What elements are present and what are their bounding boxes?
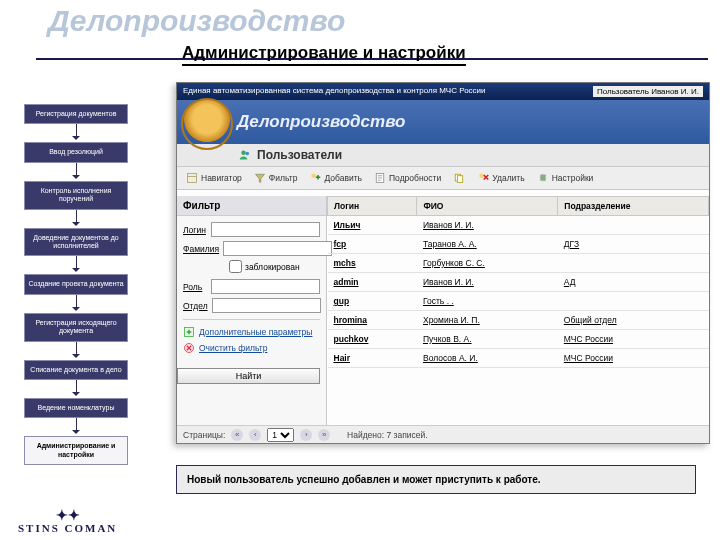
cell-login[interactable]: Hair bbox=[328, 349, 417, 368]
extra-params-link[interactable]: Дополнительные параметры bbox=[183, 326, 320, 338]
found-label: Найдено: 7 записей. bbox=[347, 430, 428, 440]
cell-fio[interactable]: Таранов А. А. bbox=[417, 235, 558, 254]
dept-input[interactable] bbox=[212, 298, 321, 313]
plus-icon bbox=[309, 172, 321, 184]
svg-point-1 bbox=[245, 152, 249, 156]
clear-filter-label: Очистить фильтр bbox=[199, 343, 267, 353]
flow-arrow-icon bbox=[24, 163, 128, 181]
details-button[interactable]: Подробности bbox=[369, 170, 446, 186]
clear-filter-link[interactable]: Очистить фильтр bbox=[183, 342, 320, 354]
flow-step-5[interactable]: Регистрация исходящего документа bbox=[24, 313, 128, 342]
pager-first[interactable]: « bbox=[231, 429, 243, 441]
toolbar: Навигатор Фильтр Добавить Подробности Уд… bbox=[177, 166, 709, 190]
cell-login[interactable]: admin bbox=[328, 273, 417, 292]
process-sidebar: Регистрация документовВвод резолюцийКонт… bbox=[24, 104, 128, 465]
column-header[interactable]: Логин bbox=[328, 197, 417, 216]
table-row[interactable]: gupГость . . bbox=[328, 292, 709, 311]
flow-step-2[interactable]: Контроль исполнения поручений bbox=[24, 181, 128, 210]
cell-dept[interactable] bbox=[558, 254, 709, 273]
app-window: Единая автоматизированная система делопр… bbox=[176, 82, 710, 444]
page-title: Администрирование и настройки bbox=[182, 43, 466, 66]
table-row[interactable]: adminИванов И. И.АД bbox=[328, 273, 709, 292]
pager-prev[interactable]: ‹ bbox=[249, 429, 261, 441]
navigator-button[interactable]: Навигатор bbox=[181, 170, 247, 186]
gear-icon bbox=[537, 172, 549, 184]
pager-next[interactable]: › bbox=[300, 429, 312, 441]
current-user: Пользователь Иванов И. И. bbox=[593, 86, 703, 97]
section-header: Пользователи bbox=[177, 144, 709, 166]
cell-dept[interactable]: МЧС России bbox=[558, 330, 709, 349]
add-button[interactable]: Добавить bbox=[304, 170, 367, 186]
svg-point-7 bbox=[479, 174, 484, 179]
flow-step-4[interactable]: Создание проекта документа bbox=[24, 274, 128, 294]
cell-login[interactable]: hromina bbox=[328, 311, 417, 330]
table-row[interactable]: fcpТаранов А. А.ДГЗ bbox=[328, 235, 709, 254]
pager-last[interactable]: » bbox=[318, 429, 330, 441]
flow-step-7[interactable]: Ведение номенклатуры bbox=[24, 398, 128, 418]
status-bar: Страницы: « ‹ 1 › » Найдено: 7 записей. bbox=[177, 425, 709, 443]
users-grid: ЛогинФИОПодразделениеИльичИванов И. И.fc… bbox=[327, 196, 709, 425]
content-area: Фильтр Логин Фамилия заблокирован Роль bbox=[177, 196, 709, 425]
details-label: Подробности bbox=[389, 173, 441, 183]
cell-dept[interactable] bbox=[558, 216, 709, 235]
details-icon bbox=[374, 172, 386, 184]
cell-fio[interactable]: Иванов И. И. bbox=[417, 216, 558, 235]
table-row[interactable]: hrominaХромина И. П.Общий отдел bbox=[328, 311, 709, 330]
cell-login[interactable]: mchs bbox=[328, 254, 417, 273]
page-select[interactable]: 1 bbox=[267, 428, 294, 442]
table-row[interactable]: HairВолосов А. И.МЧС России bbox=[328, 349, 709, 368]
surname-label: Фамилия bbox=[183, 244, 219, 254]
cell-dept[interactable]: МЧС России bbox=[558, 349, 709, 368]
delete-icon bbox=[477, 172, 489, 184]
find-button[interactable]: Найти bbox=[177, 368, 320, 384]
navigator-label: Навигатор bbox=[201, 173, 242, 183]
cell-dept[interactable]: Общий отдел bbox=[558, 311, 709, 330]
table-row[interactable]: mchsГорбунков С. С. bbox=[328, 254, 709, 273]
table-row[interactable]: ИльичИванов И. И. bbox=[328, 216, 709, 235]
role-input[interactable] bbox=[211, 279, 320, 294]
cell-dept[interactable]: АД bbox=[558, 273, 709, 292]
cell-fio[interactable]: Волосов А. И. bbox=[417, 349, 558, 368]
column-header[interactable]: Подразделение bbox=[558, 197, 709, 216]
user-name: Иванов И. И. bbox=[651, 87, 699, 96]
cell-dept[interactable]: ДГЗ bbox=[558, 235, 709, 254]
cell-fio[interactable]: Хромина И. П. bbox=[417, 311, 558, 330]
login-input[interactable] bbox=[211, 222, 320, 237]
app-banner: Делопроизводство bbox=[177, 100, 709, 144]
notice-box: Новый пользователь успешно добавлен и мо… bbox=[176, 465, 696, 494]
delete-button[interactable]: Удалить bbox=[472, 170, 529, 186]
vendor-logo-text: STINS COMAN bbox=[18, 522, 117, 534]
flow-step-8[interactable]: Администрирование и настройки bbox=[24, 436, 128, 465]
user-label: Пользователь bbox=[597, 87, 649, 96]
flow-step-3[interactable]: Доведение документов до исполнителей bbox=[24, 228, 128, 257]
cell-fio[interactable]: Пучков В. А. bbox=[417, 330, 558, 349]
copy-button[interactable] bbox=[448, 170, 470, 186]
filter-button[interactable]: Фильтр bbox=[249, 170, 303, 186]
cell-fio[interactable]: Горбунков С. С. bbox=[417, 254, 558, 273]
settings-button[interactable]: Настройки bbox=[532, 170, 599, 186]
cell-fio[interactable]: Иванов И. И. bbox=[417, 273, 558, 292]
filter-label: Фильтр bbox=[269, 173, 298, 183]
column-header[interactable]: ФИО bbox=[417, 197, 558, 216]
settings-label: Настройки bbox=[552, 173, 594, 183]
app-brand: Делопроизводство bbox=[237, 112, 405, 132]
cell-login[interactable]: gup bbox=[328, 292, 417, 311]
flow-step-0[interactable]: Регистрация документов bbox=[24, 104, 128, 124]
blocked-label: заблокирован bbox=[245, 262, 300, 272]
funnel-icon bbox=[254, 172, 266, 184]
flow-arrow-icon bbox=[24, 124, 128, 142]
flow-step-1[interactable]: Ввод резолюций bbox=[24, 142, 128, 162]
cell-login[interactable]: Ильич bbox=[328, 216, 417, 235]
table-row[interactable]: puchkovПучков В. А.МЧС России bbox=[328, 330, 709, 349]
flow-step-6[interactable]: Списание документа в дело bbox=[24, 360, 128, 380]
flow-arrow-icon bbox=[24, 342, 128, 360]
svg-point-0 bbox=[241, 151, 246, 156]
cell-login[interactable]: puchkov bbox=[328, 330, 417, 349]
surname-input[interactable] bbox=[223, 241, 332, 256]
users-icon bbox=[239, 149, 251, 161]
cell-login[interactable]: fcp bbox=[328, 235, 417, 254]
copy-icon bbox=[453, 172, 465, 184]
cell-fio[interactable]: Гость . . bbox=[417, 292, 558, 311]
cell-dept[interactable] bbox=[558, 292, 709, 311]
blocked-checkbox[interactable] bbox=[229, 260, 242, 273]
